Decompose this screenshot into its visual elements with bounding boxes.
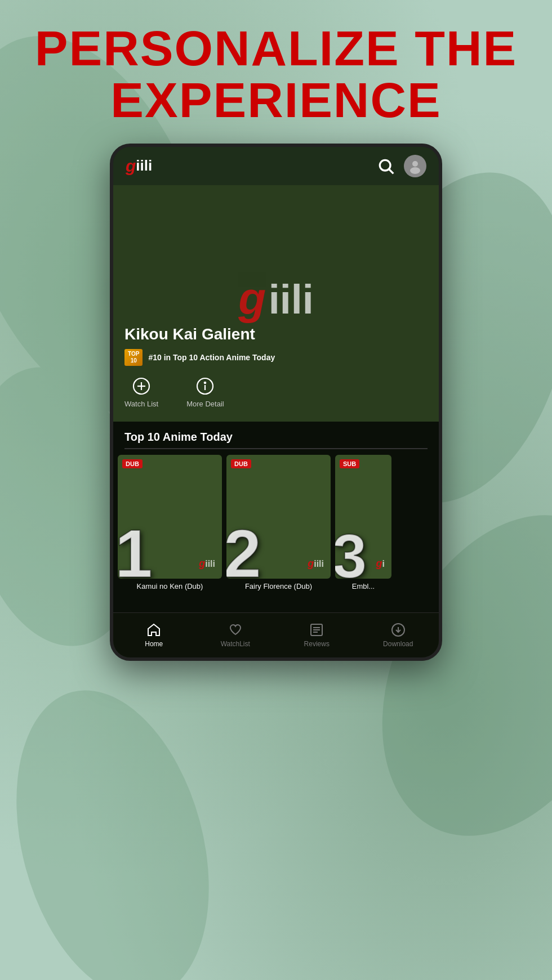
reviews-icon: [309, 622, 324, 638]
more-detail-label: More Detail: [186, 400, 224, 408]
profile-button[interactable]: [404, 155, 426, 177]
svg-point-7: [412, 161, 418, 167]
card-logo-1: giili: [199, 558, 215, 570]
rank-number-2: 2: [226, 520, 261, 579]
hero-logo-iili: iili: [269, 277, 314, 322]
watchlist-label: Watch List: [124, 400, 158, 408]
search-icon: [377, 157, 395, 175]
hero-content: Kikou Kai Galient TOP10 #10 in Top 10 Ac…: [124, 325, 428, 408]
nav-home[interactable]: Home: [113, 613, 195, 657]
section-title: Top 10 Anime Today: [124, 431, 428, 444]
dub-badge-1: DUB: [122, 459, 143, 468]
svg-point-5: [380, 160, 390, 171]
anime-card-3[interactable]: SUB 3 gi Embl...: [335, 455, 391, 603]
anime-card-thumb-3: SUB 3 gi: [335, 455, 391, 579]
hero-logo-large: g iili: [238, 272, 313, 324]
more-detail-button[interactable]: More Detail: [186, 376, 224, 408]
anime-cards-row: DUB 1 giili Kamui no Ken (Dub) DUB 2 gii…: [113, 455, 439, 612]
section-header: Top 10 Anime Today: [113, 422, 439, 455]
nav-watchlist-label: WatchList: [221, 640, 250, 648]
section-divider: [124, 448, 428, 449]
card-logo-3: gi: [376, 558, 385, 570]
nav-reviews[interactable]: Reviews: [276, 613, 358, 657]
dub-badge-2: DUB: [231, 459, 251, 468]
logo-g: g: [126, 156, 136, 176]
nav-download-label: Download: [383, 640, 413, 648]
page-header: PERSONALIZE THE EXPERIENCE: [0, 0, 552, 144]
anime-card-thumb-1: DUB 1 giili: [118, 455, 222, 579]
rank-number-1: 1: [118, 520, 153, 579]
hero-actions: Watch List More Detail: [124, 376, 428, 408]
phone-mockup: g iili g iili: [110, 144, 442, 661]
app-logo: g iili: [126, 156, 152, 176]
logo-iili: iili: [136, 157, 152, 174]
profile-avatar: [404, 155, 426, 177]
svg-point-14: [204, 382, 206, 383]
hero-logo-g: g: [238, 273, 266, 323]
avatar-icon: [407, 158, 423, 174]
hero-banner: g iili Kikou Kai Galient TOP10 #10 in To…: [113, 185, 439, 422]
anime-card-name-1: Kamui no Ken (Dub): [118, 582, 222, 590]
bottom-nav: Home WatchList Reviews: [113, 612, 439, 657]
nav-watchlist[interactable]: WatchList: [195, 613, 277, 657]
more-detail-icon: [195, 376, 215, 396]
nav-download[interactable]: Download: [358, 613, 439, 657]
anime-card-1[interactable]: DUB 1 giili Kamui no Ken (Dub): [118, 455, 222, 603]
sub-badge-3: SUB: [340, 459, 359, 468]
page-title: PERSONALIZE THE EXPERIENCE: [34, 23, 518, 127]
top10-badge: TOP10: [124, 349, 143, 366]
app-header: g iili: [113, 147, 439, 185]
svg-line-6: [389, 169, 393, 173]
anime-card-2[interactable]: DUB 2 giili Fairy Florence (Dub): [226, 455, 331, 603]
app-header-icons: [377, 155, 426, 177]
anime-card-thumb-2: DUB 2 giili: [226, 455, 331, 579]
home-icon: [146, 622, 162, 638]
nav-home-label: Home: [145, 640, 163, 648]
card-logo-2: giili: [308, 558, 324, 570]
hero-badge-row: TOP10 #10 in Top 10 Action Anime Today: [124, 349, 428, 366]
anime-card-name-2: Fairy Florence (Dub): [226, 582, 331, 590]
anime-card-name-3: Embl...: [335, 582, 391, 590]
svg-point-8: [410, 167, 420, 174]
rank-number-3: 3: [335, 525, 367, 579]
watchlist-button[interactable]: Watch List: [124, 376, 158, 408]
hero-title: Kikou Kai Galient: [124, 325, 428, 343]
hero-rank-text: #10 in Top 10 Action Anime Today: [148, 353, 275, 362]
nav-reviews-label: Reviews: [304, 640, 330, 648]
search-button[interactable]: [377, 157, 395, 175]
download-icon: [390, 622, 406, 638]
watchlist-icon: [131, 376, 152, 396]
heart-icon: [228, 622, 243, 638]
